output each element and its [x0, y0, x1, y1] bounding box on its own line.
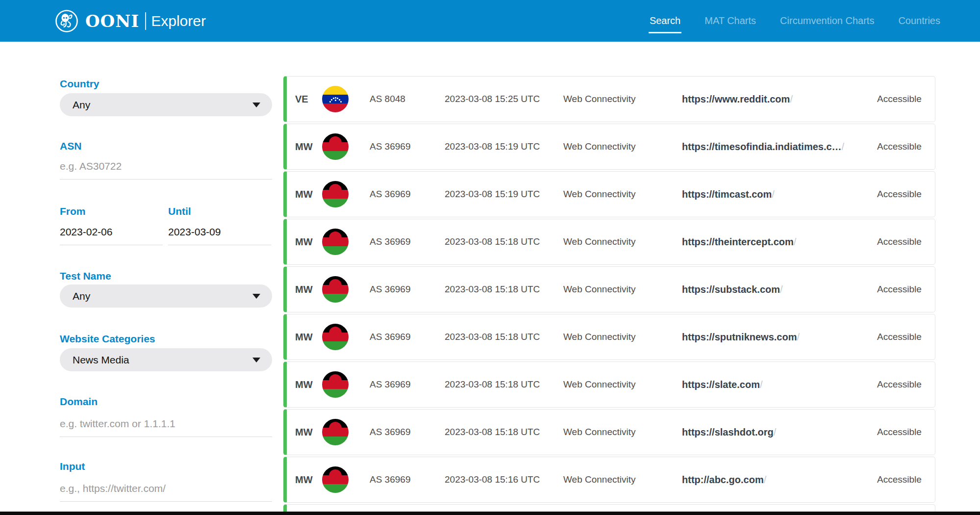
measured-url-suffix: /	[760, 379, 763, 390]
domain-input[interactable]	[60, 418, 272, 437]
measured-url: http://abc.go.com/	[682, 474, 766, 486]
website-categories-select-value: News Media	[73, 354, 129, 366]
flag-malawi-icon	[322, 229, 349, 255]
status-label: Accessible	[877, 236, 922, 247]
measurement-timestamp: 2023-03-08 15:18 UTC	[445, 332, 540, 342]
input-label: Input	[60, 460, 85, 473]
measured-url-text: https://theintercept.com	[682, 236, 794, 247]
measured-url-suffix: /	[780, 284, 783, 295]
measured-url-text: https://www.reddit.com	[682, 94, 790, 104]
asn-value: AS 36969	[370, 332, 410, 342]
result-row[interactable]: MW AS 36969 2023-03-08 15:18 UTC Web Con…	[283, 314, 935, 360]
ooni-explorer-page: OONI Explorer Search MAT Charts Circumve…	[0, 0, 980, 515]
asn-value: AS 36969	[370, 189, 410, 200]
result-row[interactable]: MW AS 36969 2023-03-08 15:18 UTC Web Con…	[283, 219, 935, 265]
website-categories-select[interactable]: News Media	[60, 348, 272, 371]
flag-malawi-icon	[322, 276, 349, 303]
result-row[interactable]: MW AS 36969 2023-03-08 15:18 UTC Web Con…	[283, 266, 935, 312]
flag-malawi-icon	[322, 466, 349, 493]
asn-label: ASN	[60, 140, 81, 153]
status-label: Accessible	[877, 189, 922, 200]
measurement-timestamp: 2023-03-08 15:16 UTC	[445, 474, 540, 485]
test-name-select[interactable]: Any	[60, 284, 272, 308]
result-row[interactable]: MW AS 36969 2023-03-08 15:19 UTC Web Con…	[283, 171, 935, 217]
result-row[interactable]: MW AS 36969 2023-03-08 15:18 UTC Web Con…	[283, 361, 935, 408]
status-label: Accessible	[877, 379, 922, 390]
measured-url-text: https://slashdot.org	[682, 427, 774, 438]
measurement-timestamp: 2023-03-08 15:18 UTC	[445, 427, 540, 438]
measurement-timestamp: 2023-03-08 15:18 UTC	[445, 379, 540, 390]
measured-url: https://sputniknews.com/	[682, 332, 800, 343]
input-url-input[interactable]	[60, 483, 272, 502]
measured-url: https://www.reddit.com/	[682, 94, 793, 105]
measurement-timestamp: 2023-03-08 15:25 UTC	[445, 94, 540, 104]
flag-venezuela-icon	[322, 86, 349, 112]
nav-item-search[interactable]: Search	[649, 13, 681, 28]
flag-malawi-icon	[322, 133, 349, 160]
result-row[interactable]	[283, 504, 935, 512]
asn-value: AS 36969	[370, 427, 410, 438]
country-code: MW	[295, 141, 313, 153]
flag-malawi-icon	[322, 419, 349, 445]
asn-value: AS 36969	[370, 284, 410, 295]
country-code: VE	[295, 94, 308, 105]
nav-item-countries[interactable]: Countries	[897, 13, 941, 28]
measured-url: https://slate.com/	[682, 379, 762, 390]
asn-value: AS 36969	[370, 474, 410, 485]
test-name: Web Connectivity	[563, 379, 636, 390]
country-code: MW	[295, 427, 313, 438]
result-row[interactable]: VE AS 8048 2023-03-08 15:25 UTC Web Conn…	[283, 76, 935, 122]
status-label: Accessible	[877, 284, 922, 295]
country-select[interactable]: Any	[60, 93, 272, 116]
nav-item-circumvention-charts[interactable]: Circumvention Charts	[779, 13, 875, 28]
status-label: Accessible	[877, 427, 922, 438]
until-date-input[interactable]	[168, 226, 271, 245]
country-code: MW	[295, 332, 313, 343]
result-row[interactable]: MW AS 36969 2023-03-08 15:18 UTC Web Con…	[283, 409, 935, 455]
test-name: Web Connectivity	[563, 189, 636, 200]
asn-input[interactable]	[60, 160, 272, 180]
measurement-timestamp: 2023-03-08 15:18 UTC	[445, 284, 540, 295]
country-code: MW	[295, 379, 313, 390]
bottom-strip	[0, 512, 980, 515]
measured-url-suffix: /	[794, 236, 797, 247]
test-name: Web Connectivity	[563, 427, 636, 438]
asn-value: AS 8048	[370, 94, 405, 104]
test-name: Web Connectivity	[563, 94, 636, 104]
chevron-down-icon	[252, 294, 260, 299]
measured-url-suffix: /	[797, 332, 800, 342]
status-label: Accessible	[877, 474, 922, 485]
asn-value: AS 36969	[370, 379, 410, 390]
flag-malawi-icon	[322, 181, 349, 207]
domain-label: Domain	[60, 395, 98, 408]
measured-url: https://slashdot.org/	[682, 427, 776, 438]
website-categories-label: Website Categories	[60, 333, 155, 345]
measured-url-suffix: /	[772, 189, 775, 200]
chevron-down-icon	[252, 103, 260, 107]
flag-malawi-icon	[322, 324, 349, 350]
test-name: Web Connectivity	[563, 474, 636, 485]
test-name: Web Connectivity	[563, 236, 636, 247]
country-code: MW	[295, 474, 313, 486]
asn-value: AS 36969	[370, 141, 410, 152]
test-name-select-value: Any	[73, 290, 90, 302]
status-label: Accessible	[877, 332, 922, 342]
results-list: VE AS 8048 2023-03-08 15:25 UTC Web Conn…	[283, 76, 935, 512]
test-name: Web Connectivity	[563, 332, 636, 342]
test-name: Web Connectivity	[563, 141, 636, 152]
until-label: Until	[168, 205, 191, 218]
measured-url-suffix: /	[774, 427, 777, 438]
filter-sidebar: Country Any ASN From Until Test Name Any…	[60, 0, 272, 515]
from-date-input[interactable]	[60, 226, 163, 245]
measured-url: https://theintercept.com/	[682, 236, 796, 248]
test-name: Web Connectivity	[563, 284, 636, 295]
country-code: MW	[295, 189, 313, 200]
measured-url-text: https://timcast.com	[682, 189, 772, 200]
country-code: MW	[295, 236, 313, 248]
asn-value: AS 36969	[370, 236, 410, 247]
nav-item-mat-charts[interactable]: MAT Charts	[704, 13, 757, 28]
measured-url-suffix: /	[764, 474, 767, 485]
test-name-label: Test Name	[60, 270, 111, 283]
result-row[interactable]: MW AS 36969 2023-03-08 15:16 UTC Web Con…	[283, 457, 935, 503]
result-row[interactable]: MW AS 36969 2023-03-08 15:19 UTC Web Con…	[283, 124, 935, 170]
